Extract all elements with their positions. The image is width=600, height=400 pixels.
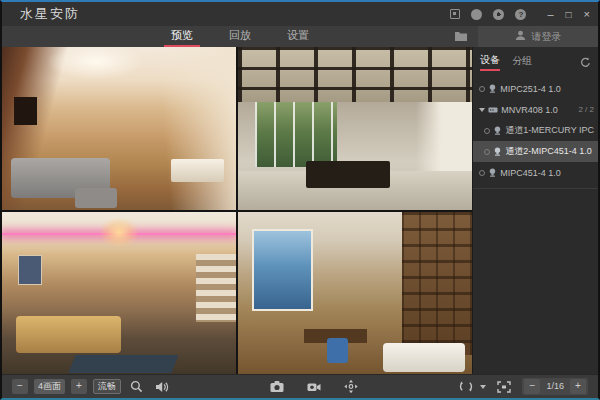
page-indicator: 1/16	[542, 379, 568, 394]
sidebar-tab-group[interactable]: 分组	[512, 54, 532, 70]
tab-settings[interactable]: 设置	[286, 26, 310, 47]
device-row-selected[interactable]: 通道2-MIPC451-4 1.0	[473, 141, 598, 162]
coffered-ceiling-shape	[238, 47, 472, 102]
nvr-icon	[488, 106, 498, 114]
blue-chair-shape	[327, 338, 348, 362]
snapshot-icon[interactable]	[270, 380, 285, 393]
page-prev-button[interactable]: −	[524, 379, 540, 394]
camera-icon	[493, 126, 502, 136]
stairs-shape	[196, 254, 236, 322]
status-dot-icon	[479, 86, 485, 92]
maximize-button[interactable]: □	[566, 9, 572, 20]
channel-count: 2 / 2	[578, 105, 594, 114]
content-area: 设备 分组 MIPC251-4 1.0	[2, 47, 598, 374]
device-label: MIPC451-4 1.0	[500, 168, 561, 178]
device-label: MIPC251-4 1.0	[500, 84, 561, 94]
camera-icon	[488, 168, 497, 178]
video-grid	[2, 47, 472, 374]
device-sidebar: 设备 分组 MIPC251-4 1.0	[472, 47, 598, 374]
status-dot-icon	[484, 128, 490, 134]
titlebar: 水星安防 ? – □ ×	[2, 2, 598, 26]
page-next-button[interactable]: +	[570, 379, 586, 394]
capture-tools	[267, 379, 362, 394]
rug-shape	[69, 355, 179, 373]
sidebar-tabs: 设备 分组	[473, 47, 598, 74]
garden-window-shape	[255, 102, 337, 167]
camera-pane-2[interactable]	[238, 47, 472, 210]
device-label: 通道1-MERCURY IPC	[505, 124, 594, 137]
tv-shape	[14, 97, 37, 125]
blue-window-shape	[252, 229, 313, 310]
camera-pane-1[interactable]	[2, 47, 236, 210]
window-controls: – □ ×	[547, 9, 590, 20]
app-title: 水星安防	[20, 5, 80, 23]
skin-icon[interactable]	[471, 9, 482, 20]
list-divider	[473, 188, 598, 189]
tab-preview[interactable]: 预览	[170, 26, 194, 47]
daybed-shape	[383, 343, 465, 372]
bookshelf-shape	[402, 212, 472, 355]
device-row[interactable]: MIPC251-4 1.0	[473, 78, 598, 99]
tour-loop-icon[interactable]	[459, 380, 473, 393]
dining-table-shape	[171, 159, 225, 182]
bottom-toolbar: − 4画面 + 流畅	[2, 374, 598, 398]
login-label: 请登录	[532, 30, 562, 44]
close-button[interactable]: ×	[584, 9, 590, 20]
login-button[interactable]: 请登录	[478, 26, 598, 47]
device-label: 通道2-MIPC451-4 1.0	[505, 145, 592, 158]
camera-pane-4[interactable]	[238, 212, 472, 375]
refresh-icon[interactable]	[580, 57, 591, 68]
layout-minus-button[interactable]: −	[12, 379, 28, 394]
sidebar-tab-device[interactable]: 设备	[480, 53, 500, 71]
gold-sofa-shape	[16, 316, 121, 353]
ptz-icon[interactable]	[344, 379, 359, 394]
record-icon[interactable]	[307, 381, 322, 393]
settings-icon[interactable]	[493, 9, 504, 20]
volume-icon[interactable]	[155, 381, 169, 393]
device-row[interactable]: MNVR408 1.0 2 / 2	[473, 99, 598, 120]
device-row[interactable]: 通道1-MERCURY IPC	[473, 120, 598, 141]
status-dot-icon	[484, 149, 490, 155]
wall-art-shape	[18, 255, 41, 284]
user-icon	[515, 30, 526, 43]
titlebar-actions: ? – □ ×	[450, 9, 590, 20]
minimize-button[interactable]: –	[547, 9, 553, 20]
device-label: MNVR408 1.0	[501, 105, 558, 115]
main-tabbar: 预览 回放 设置 请登录	[2, 26, 598, 47]
camera-pane-3[interactable]	[2, 212, 236, 375]
main-tabs: 预览 回放 设置	[170, 26, 310, 47]
status-dot-icon	[479, 170, 485, 176]
device-list: MIPC251-4 1.0 MNVR408 1.0 2 / 2 通道1-MERC	[473, 78, 598, 189]
gallery-icon[interactable]	[450, 9, 460, 19]
app-window: 水星安防 ? – □ × 预览 回放 设置 请登录	[0, 0, 600, 400]
ottoman-shape	[75, 188, 117, 208]
page-control: − 1/16 +	[522, 378, 588, 395]
layout-label: 4画面	[34, 379, 65, 394]
device-row[interactable]: MIPC451-4 1.0	[473, 162, 598, 183]
fullscreen-icon[interactable]	[497, 381, 511, 393]
folder-icon[interactable]	[454, 31, 468, 42]
chandelier-glow-shape	[100, 218, 137, 247]
layout-plus-button[interactable]: +	[71, 379, 87, 394]
digital-zoom-icon[interactable]	[130, 380, 143, 393]
stream-quality-button[interactable]: 流畅	[93, 379, 121, 394]
table-shape	[306, 161, 390, 189]
tour-dropdown-caret[interactable]	[480, 385, 486, 389]
tab-playback[interactable]: 回放	[228, 26, 252, 47]
help-icon[interactable]: ?	[515, 9, 526, 20]
camera-icon	[488, 84, 497, 94]
view-tools: − 1/16 +	[456, 378, 588, 395]
expand-caret-icon[interactable]	[479, 108, 485, 112]
camera-icon	[493, 147, 502, 157]
